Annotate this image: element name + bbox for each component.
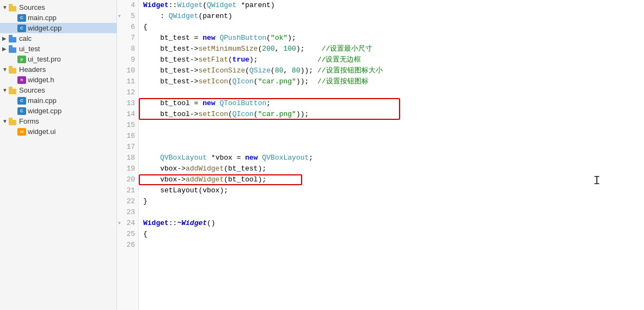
- tree-item-label: widget.ui: [28, 127, 56, 136]
- folder-blue-icon: [9, 45, 17, 53]
- sidebar-item-13[interactable]: uiwidget.ui: [0, 126, 116, 137]
- code-line-6[interactable]: {: [143, 22, 644, 33]
- sidebar-item-3[interactable]: Cwidget.cpp: [0, 23, 116, 33]
- sidebar-item-2[interactable]: Cmain.cpp: [0, 13, 116, 23]
- sidebar-item-7[interactable]: Headers: [0, 64, 116, 75]
- code-line-12[interactable]: [143, 87, 644, 98]
- sidebar-item-5[interactable]: ui_test: [0, 44, 116, 54]
- code-line-10[interactable]: bt_test->setIconSize(QSize(80, 80)); //设…: [143, 65, 644, 76]
- code-line-7[interactable]: bt_test = new QPushButton("ok");: [143, 33, 644, 44]
- code-line-4[interactable]: Widget::Widget(QWidget *parent): [143, 0, 644, 11]
- tree-item-label: main.cpp: [28, 96, 57, 105]
- code-line-22[interactable]: }: [143, 196, 644, 207]
- sidebar-item-8[interactable]: hwidget.h: [0, 75, 116, 85]
- tree-item-label: main.cpp: [28, 14, 57, 22]
- line-number-8: 8: [117, 44, 138, 54]
- line-number-15: 15: [117, 120, 138, 131]
- folder-blue-icon: [9, 35, 17, 42]
- line-number-20: 20: [117, 174, 138, 185]
- line-number-25: 25: [117, 229, 138, 240]
- line-numbers: 4567891011121314151617181920212223242526: [117, 0, 139, 310]
- line-number-5: 5: [117, 11, 138, 22]
- code-line-20[interactable]: vbox->addWidget(bt_tool);: [143, 174, 644, 185]
- code-line-21[interactable]: setLayout(vbox);: [143, 185, 644, 196]
- tree-item-label: widget.cpp: [28, 24, 62, 32]
- line-number-16: 16: [117, 131, 138, 142]
- line-number-11: 11: [117, 76, 138, 87]
- code-line-13[interactable]: bt_tool = new QToolButton;: [143, 98, 644, 109]
- line-number-22: 22: [117, 196, 138, 207]
- cpp-icon: C: [17, 25, 26, 32]
- line-number-14: 14: [117, 109, 138, 120]
- code-line-24[interactable]: Widget::~Widget(): [143, 218, 644, 229]
- tree-arrow: [2, 66, 9, 72]
- line-number-12: 12: [117, 87, 138, 98]
- cpp-icon: C: [17, 107, 26, 115]
- line-number-6: 6: [117, 22, 138, 33]
- line-number-13: 13: [117, 98, 138, 109]
- header-icon: h: [17, 76, 26, 84]
- sidebar: SourcesCmain.cppCwidget.cppcalcui_testpu…: [0, 0, 117, 310]
- line-number-4: 4: [117, 0, 138, 11]
- folder-icon: [9, 66, 17, 74]
- tree-item-label: ui_test.pro: [28, 55, 61, 63]
- code-line-23[interactable]: [143, 207, 644, 218]
- code-line-5[interactable]: : QWidget(parent): [143, 11, 644, 22]
- tree-arrow: [2, 46, 9, 52]
- line-number-10: 10: [117, 65, 138, 76]
- tree-item-label: widget.cpp: [28, 107, 62, 115]
- pro-icon: p: [17, 56, 26, 63]
- sidebar-item-6[interactable]: pui_test.pro: [0, 54, 116, 64]
- tree-item-label: Sources: [19, 3, 45, 11]
- folder-icon: [9, 87, 17, 94]
- tree-item-label: Forms: [19, 117, 39, 125]
- tree-item-label: widget.h: [28, 76, 54, 84]
- ui-icon: ui: [17, 128, 26, 136]
- folder-icon: [9, 118, 17, 125]
- sidebar-item-1[interactable]: Sources: [0, 2, 116, 13]
- code-line-25[interactable]: {: [143, 229, 644, 240]
- line-number-26: 26: [117, 240, 138, 251]
- code-line-19[interactable]: vbox->addWidget(bt_test);: [143, 163, 644, 174]
- line-number-23: 23: [117, 207, 138, 218]
- code-line-11[interactable]: bt_test->setIcon(QIcon("car.png")); //设置…: [143, 76, 644, 87]
- code-line-9[interactable]: bt_test->setFlat(true); //设置无边框: [143, 54, 644, 65]
- sidebar-item-10[interactable]: Cmain.cpp: [0, 95, 116, 106]
- code-line-17[interactable]: [143, 142, 644, 153]
- code-lines[interactable]: Widget::Widget(QWidget *parent) : QWidge…: [139, 0, 644, 310]
- sidebar-item-4[interactable]: calc: [0, 33, 116, 44]
- tree-arrow: [2, 87, 9, 93]
- cpp-icon: C: [17, 97, 26, 105]
- code-line-8[interactable]: bt_test->setMinimumSize(200, 100); //设置最…: [143, 44, 644, 54]
- code-area: 4567891011121314151617181920212223242526…: [117, 0, 644, 310]
- tree-item-label: Headers: [19, 65, 46, 74]
- code-editor: 4567891011121314151617181920212223242526…: [117, 0, 644, 310]
- line-number-7: 7: [117, 33, 138, 44]
- line-number-18: 18: [117, 153, 138, 163]
- tree-item-label: Sources: [19, 86, 45, 94]
- code-line-15[interactable]: [143, 120, 644, 131]
- line-number-9: 9: [117, 54, 138, 65]
- code-line-26[interactable]: [143, 240, 644, 251]
- code-line-18[interactable]: QVBoxLayout *vbox = new QVBoxLayout;: [143, 153, 644, 163]
- tree-item-label: ui_test: [19, 45, 40, 53]
- tree-arrow: [2, 4, 9, 10]
- code-line-16[interactable]: [143, 131, 644, 142]
- sidebar-item-9[interactable]: Sources: [0, 85, 116, 95]
- sidebar-item-11[interactable]: Cwidget.cpp: [0, 106, 116, 116]
- cpp-icon: C: [17, 14, 26, 22]
- line-number-24: 24: [117, 218, 138, 229]
- line-number-21: 21: [117, 185, 138, 196]
- line-number-19: 19: [117, 163, 138, 174]
- code-line-14[interactable]: bt_tool->setIcon(QIcon("car.png"));: [143, 109, 644, 120]
- sidebar-item-12[interactable]: Forms: [0, 116, 116, 126]
- line-number-17: 17: [117, 142, 138, 153]
- tree-item-label: calc: [19, 34, 32, 42]
- tree-arrow: [2, 35, 9, 41]
- folder-icon: [9, 4, 17, 11]
- tree-arrow: [2, 118, 9, 124]
